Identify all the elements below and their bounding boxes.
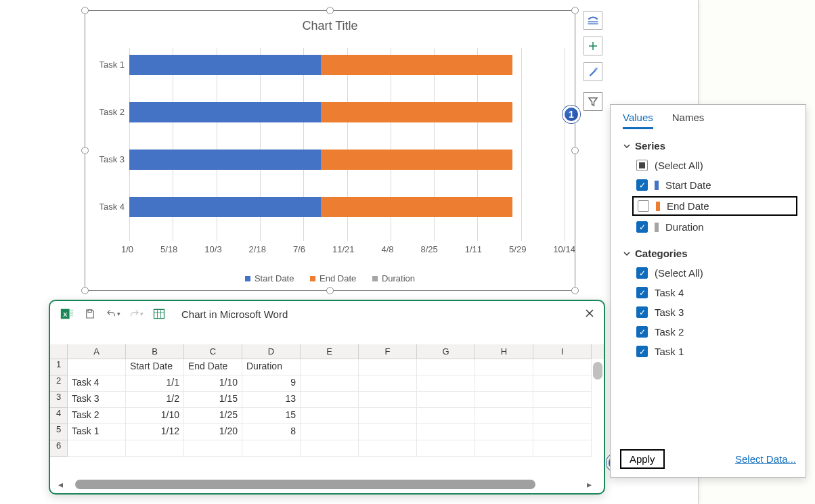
cell[interactable]: Task 4 [68, 375, 126, 392]
resize-handle[interactable] [81, 287, 89, 294]
cell[interactable] [533, 375, 592, 392]
cell[interactable] [126, 440, 184, 457]
cell[interactable]: Task 1 [68, 424, 126, 440]
col-header[interactable]: A [68, 344, 126, 359]
tab-values[interactable]: Values [623, 112, 653, 129]
cell[interactable] [301, 375, 359, 392]
cell[interactable] [533, 392, 592, 408]
cell[interactable] [301, 408, 359, 424]
col-header[interactable]: B [126, 344, 184, 359]
cell[interactable]: 1/25 [184, 408, 242, 424]
cell[interactable] [533, 424, 592, 440]
cell[interactable] [359, 408, 417, 424]
vertical-scrollbar[interactable] [593, 362, 602, 380]
series-section-header[interactable]: Series [611, 129, 806, 156]
resize-handle[interactable] [571, 287, 579, 294]
series-item-end-date[interactable]: End Date [632, 196, 797, 216]
save-button[interactable] [83, 306, 97, 321]
cell[interactable]: 1/10 [184, 375, 242, 392]
cell[interactable] [533, 408, 592, 424]
horizontal-scrollbar[interactable]: ◂ ▸ [58, 480, 592, 489]
bar-segment-start[interactable] [129, 197, 321, 217]
chart-elements-button[interactable] [583, 37, 602, 55]
cell[interactable]: Task 3 [68, 392, 126, 408]
resize-handle[interactable] [81, 147, 89, 154]
cell[interactable] [68, 440, 126, 457]
select-data-link[interactable]: Select Data... [735, 453, 796, 465]
resize-handle[interactable] [326, 287, 334, 294]
cell[interactable]: 1/20 [184, 424, 242, 440]
row-header[interactable]: 1 [50, 359, 68, 375]
undo-button[interactable]: ▾ [106, 306, 120, 321]
category-select-all[interactable]: (Select All) [611, 263, 806, 283]
cell[interactable]: 1/12 [126, 424, 184, 440]
col-header[interactable]: D [242, 344, 301, 359]
cell[interactable] [417, 392, 475, 408]
cell[interactable] [184, 440, 242, 457]
cell[interactable]: 15 [242, 408, 301, 424]
redo-button[interactable]: ▾ [129, 306, 144, 321]
resize-handle[interactable] [571, 7, 579, 14]
resize-handle[interactable] [326, 7, 334, 14]
chart-legend[interactable]: Start Date End Date Duration [85, 273, 575, 284]
cell[interactable] [475, 375, 533, 392]
cell[interactable] [475, 392, 533, 408]
category-item-task3[interactable]: Task 3 [611, 302, 806, 322]
cell[interactable] [359, 375, 417, 392]
col-header[interactable]: H [475, 344, 533, 359]
resize-handle[interactable] [571, 147, 579, 154]
bar-segment-start[interactable] [129, 150, 321, 170]
series-item-start-date[interactable]: Start Date [611, 175, 806, 195]
row-header[interactable]: 5 [50, 424, 68, 440]
bar-segment-end[interactable] [321, 102, 512, 122]
cell[interactable] [301, 440, 359, 457]
bar-segment-end[interactable] [321, 197, 512, 217]
col-header[interactable]: C [184, 344, 242, 359]
category-item-task4[interactable]: Task 4 [611, 283, 806, 302]
cell[interactable] [242, 440, 301, 457]
category-item-task2[interactable]: Task 2 [611, 322, 806, 342]
resize-handle[interactable] [81, 7, 89, 14]
spreadsheet-grid[interactable]: A B C D E F G H I 1 Start Date End Date … [50, 344, 604, 457]
row-header[interactable]: 6 [50, 440, 68, 457]
cell[interactable] [301, 392, 359, 408]
row-header[interactable]: 4 [50, 408, 68, 424]
cell[interactable]: 9 [242, 375, 301, 392]
series-select-all[interactable]: (Select All) [611, 156, 806, 175]
cell[interactable] [417, 359, 475, 375]
col-header[interactable]: E [301, 344, 359, 359]
cell[interactable] [475, 424, 533, 440]
col-header[interactable]: G [417, 344, 475, 359]
layout-options-button[interactable] [583, 11, 602, 30]
cell[interactable] [301, 359, 359, 375]
cell[interactable]: 1/15 [184, 392, 242, 408]
cell[interactable] [417, 375, 475, 392]
category-item-task1[interactable]: Task 1 [611, 342, 806, 361]
chart-filters-button[interactable] [583, 92, 602, 111]
cell[interactable] [359, 359, 417, 375]
categories-section-header[interactable]: Categories [611, 237, 806, 263]
cell[interactable] [417, 440, 475, 457]
cell[interactable] [475, 408, 533, 424]
cell[interactable] [533, 440, 592, 457]
edit-data-button[interactable] [152, 306, 167, 321]
cell[interactable]: End Date [184, 359, 242, 375]
cell[interactable] [359, 392, 417, 408]
cell[interactable]: 8 [242, 424, 301, 440]
cell[interactable] [475, 359, 533, 375]
cell[interactable] [359, 440, 417, 457]
cell[interactable]: 1/2 [126, 392, 184, 408]
cell[interactable]: 1/1 [126, 375, 184, 392]
cell[interactable]: Duration [242, 359, 301, 375]
bar-segment-start[interactable] [129, 55, 321, 75]
bar-segment-end[interactable] [321, 55, 512, 75]
col-header[interactable]: I [533, 344, 592, 359]
cell[interactable] [301, 424, 359, 440]
close-button[interactable] [585, 307, 594, 321]
apply-button[interactable]: Apply [620, 449, 665, 469]
tab-names[interactable]: Names [672, 112, 705, 129]
cell[interactable]: Task 2 [68, 408, 126, 424]
cell[interactable] [417, 424, 475, 440]
cell[interactable]: Start Date [126, 359, 184, 375]
row-header[interactable]: 2 [50, 375, 68, 392]
